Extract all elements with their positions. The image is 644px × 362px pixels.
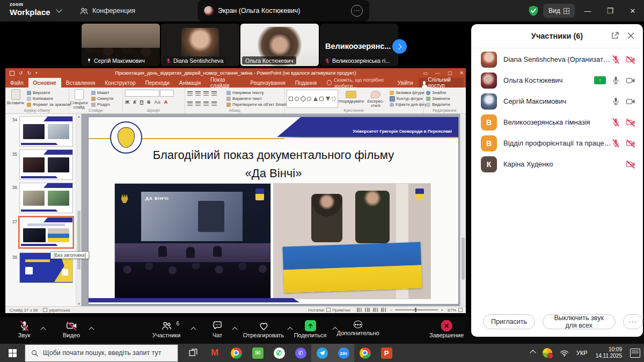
quick-access-toolbar[interactable]: ↺↻▾ bbox=[10, 70, 38, 76]
reset-button[interactable]: Скинути bbox=[91, 96, 113, 102]
slide-thumbnail-36[interactable] bbox=[19, 183, 73, 213]
language-indicator[interactable]: УКР bbox=[573, 344, 591, 362]
video-options-chevron[interactable] bbox=[90, 324, 93, 334]
tab-options-icon[interactable]: ⋯ bbox=[351, 5, 363, 17]
customize-chevron-icon[interactable]: ▾ bbox=[35, 71, 38, 75]
participant-row[interactable]: В Відділ профорієнтації та працевлаш... bbox=[471, 133, 643, 154]
fit-to-window-icon[interactable] bbox=[458, 308, 463, 312]
thumbnails-scrollbar[interactable]: ▲ ▼ bbox=[76, 114, 81, 307]
chat-button[interactable]: Чат bbox=[204, 319, 230, 343]
workspace-chevron-icon[interactable] bbox=[56, 6, 62, 12]
font-color-button[interactable]: А bbox=[164, 99, 168, 105]
tab-animations[interactable]: Анімація bbox=[174, 78, 206, 88]
invite-button[interactable]: Пригласить bbox=[483, 314, 535, 329]
end-meeting-button[interactable]: ✕ Завершение bbox=[425, 319, 468, 343]
ribbon-display-icon[interactable]: ▭ bbox=[423, 70, 428, 76]
sign-in-button[interactable]: Увійти bbox=[398, 80, 413, 86]
zoom-out-button[interactable]: − bbox=[390, 308, 393, 313]
close-button[interactable]: ✕ bbox=[621, 0, 644, 21]
chrome-button[interactable] bbox=[225, 344, 247, 362]
text-direction-button[interactable]: Напрямок тексту bbox=[226, 90, 264, 96]
normal-view-icon[interactable] bbox=[357, 308, 362, 312]
zoom-in-button[interactable]: + bbox=[441, 308, 443, 313]
audio-options-chevron[interactable] bbox=[41, 324, 45, 334]
camera-off-icon[interactable] bbox=[626, 55, 635, 64]
viber-button[interactable]: ✆ bbox=[290, 344, 311, 362]
format-painter-button[interactable]: Формат за зразком bbox=[27, 102, 71, 107]
start-button[interactable] bbox=[0, 344, 25, 362]
participant-row[interactable]: К Каріна Худенко bbox=[471, 154, 643, 175]
chat-options-chevron[interactable] bbox=[233, 324, 237, 334]
spellcheck-icon[interactable] bbox=[43, 308, 47, 312]
video-tile-sergiy[interactable]: Сергій Максимович bbox=[82, 24, 160, 66]
quick-styles-button[interactable]: Експрес-стилі bbox=[364, 91, 387, 108]
camera-off-icon[interactable] bbox=[626, 139, 635, 148]
shape-outline-button[interactable]: Контур фігури bbox=[390, 96, 423, 102]
shapes-gallery[interactable] bbox=[287, 90, 338, 108]
video-tile-diana[interactable]: Diana Sentishcheva bbox=[161, 24, 239, 66]
slideshow-icon[interactable] bbox=[381, 308, 386, 312]
antivirus-tray-icon[interactable] bbox=[539, 344, 556, 362]
slide-thumbnail-37-selected[interactable] bbox=[19, 217, 73, 248]
zoom-slider[interactable] bbox=[395, 309, 438, 310]
reading-view-icon[interactable] bbox=[373, 308, 378, 312]
shape-fill-button[interactable]: Заливка фігури bbox=[390, 90, 425, 96]
bullets-icon[interactable] bbox=[187, 91, 193, 96]
action-center-icon[interactable] bbox=[626, 344, 644, 362]
language-indicator[interactable]: українська bbox=[49, 308, 70, 313]
tab-slideshow[interactable]: Показ слайдів bbox=[206, 78, 245, 88]
ellipse-shape-icon[interactable] bbox=[307, 97, 311, 101]
align-right-icon[interactable] bbox=[203, 102, 209, 106]
save-icon[interactable] bbox=[10, 71, 14, 76]
align-left-icon[interactable] bbox=[187, 102, 193, 106]
tab-view[interactable]: Подання bbox=[290, 78, 321, 88]
view-button[interactable]: Вид bbox=[543, 4, 575, 18]
ppt-close-button[interactable]: ✕ bbox=[459, 70, 464, 76]
tab-file[interactable]: Файл bbox=[5, 78, 28, 88]
task-view-button[interactable] bbox=[182, 344, 204, 362]
slide-sorter-icon[interactable] bbox=[365, 308, 370, 312]
align-center-icon[interactable] bbox=[195, 102, 201, 106]
italic-button[interactable]: К bbox=[133, 99, 136, 105]
zoom-percent[interactable]: 87% bbox=[448, 308, 456, 313]
new-slide-button[interactable]: Створити слайд bbox=[69, 89, 89, 110]
list-buttons[interactable] bbox=[187, 90, 217, 96]
mic-icon[interactable] bbox=[611, 97, 620, 106]
video-tile-gymnasium[interactable]: Великоозерянс... Великоозерянська гі... bbox=[320, 24, 398, 66]
mail-app-button[interactable]: ✉ bbox=[247, 344, 268, 362]
taskbar-search[interactable]: Щоби почати пошук, введіть запит тут bbox=[25, 344, 178, 362]
strikethrough-button[interactable]: S bbox=[147, 99, 150, 105]
tab-conference[interactable]: Конференция bbox=[79, 0, 135, 21]
camera-off-icon[interactable] bbox=[626, 160, 635, 169]
security-shield-icon[interactable] bbox=[528, 5, 539, 17]
mic-muted-icon[interactable] bbox=[611, 55, 620, 64]
participant-row[interactable]: В Великоозерянська гімназія bbox=[471, 112, 643, 133]
hidden-icons-chevron[interactable] bbox=[527, 344, 539, 362]
react-button[interactable]: Отреагировать bbox=[239, 319, 288, 343]
camera-icon[interactable] bbox=[626, 76, 635, 85]
underline-button[interactable]: П bbox=[140, 99, 143, 105]
cut-button[interactable]: Вирізати bbox=[27, 90, 50, 96]
undo-icon[interactable]: ↺ bbox=[19, 70, 23, 76]
video-tile-olga-active-speaker[interactable]: Ольга Костюкевич bbox=[240, 24, 319, 66]
ppt-minimize-button[interactable]: — bbox=[435, 70, 440, 76]
triangle-shape-icon[interactable] bbox=[313, 97, 318, 101]
ppt-restore-button[interactable]: ▢ bbox=[448, 70, 452, 76]
mic-icon[interactable] bbox=[611, 76, 620, 85]
restore-button[interactable]: ❐ bbox=[599, 0, 621, 21]
ppt-share-button[interactable]: Спільний доступ bbox=[419, 78, 464, 88]
zoom-app-button[interactable]: zm bbox=[333, 344, 354, 362]
arrange-button[interactable]: Упорядкувати bbox=[338, 91, 364, 104]
scroll-up-icon[interactable]: ▲ bbox=[77, 115, 80, 118]
camera-off-icon[interactable] bbox=[626, 118, 635, 127]
gmail-button[interactable]: M bbox=[204, 344, 225, 362]
find-button[interactable]: Знайти bbox=[426, 90, 446, 96]
video-button[interactable]: Видео bbox=[56, 319, 87, 343]
font-size-input[interactable] bbox=[160, 90, 174, 97]
current-slide-canvas[interactable]: Університет Григорія Сковороди в Переясл… bbox=[89, 117, 458, 304]
tab-transitions[interactable]: Переходи bbox=[141, 78, 174, 88]
layout-button[interactable]: Макет bbox=[91, 90, 109, 96]
more-button[interactable]: ••• Дополнительно bbox=[334, 319, 382, 343]
comments-button[interactable]: Примітки bbox=[332, 308, 350, 313]
tell-me-box[interactable]: Скажіть, що потрібно зробити... bbox=[327, 78, 398, 88]
